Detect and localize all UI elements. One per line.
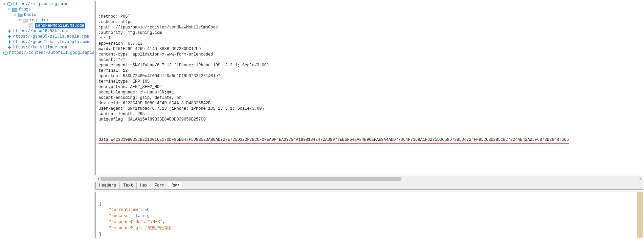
globe-icon [7, 2, 12, 7]
tab-hex[interactable]: Hex [137, 182, 151, 189]
json-value: "该账户已存在" [146, 226, 175, 231]
tree-label[interactable]: https://mfg.suning.com [13, 1, 67, 7]
request-header-line: encrypttype: AE02_SE02_H02 [98, 84, 640, 90]
request-body-data: data=E423310B033CB2210016E170DF96EB47F5D… [98, 137, 569, 144]
json-key: "responseMsg" [109, 226, 141, 231]
tree-toggle[interactable]: ⊟ [18, 19, 22, 22]
request-headers-panel[interactable]: :method: POST:scheme: https:path: /ftpgs… [95, 1, 643, 175]
tree-label[interactable]: https://gspe21-ssl.ls.apple.com [13, 39, 89, 45]
request-header-line: :method: POST [98, 14, 640, 19]
tree-label[interactable]: register [29, 18, 49, 23]
tab-text[interactable]: Text [120, 182, 137, 189]
tree-toggle[interactable] [24, 24, 27, 28]
request-header-line: maid: DF51E499-4269-414D-B88B-D97330DC12… [98, 46, 640, 52]
json-brace: } [99, 232, 102, 237]
tree-node[interactable]: https://gspe21-ssl.ls.apple.com [1, 39, 94, 45]
tree-node[interactable]: ⊟ftpgs [7, 7, 94, 12]
request-header-line: terminaltype: EPP_IOS [98, 79, 640, 84]
request-header-line: content-type: application/x-www-form-url… [98, 52, 640, 57]
folder-icon [18, 13, 23, 18]
scrollbar-thumb[interactable] [101, 177, 401, 181]
tree-label[interactable]: https://ke.yijincc.com [13, 45, 67, 50]
json-key: "success" [109, 214, 131, 218]
tree-label[interactable]: https://content-autofill.googleapis.c [9, 50, 95, 56]
tree-node[interactable]: ⊟register [18, 18, 94, 23]
request-header-line: apptoken: 580b72480c4f604d120a6c10f5b323… [98, 73, 640, 79]
tab-raw[interactable]: Raw [168, 182, 183, 189]
request-header-line: eppuseragent: SNYifubao/6.7.13 (iPhone; … [98, 63, 640, 68]
host-tree: ⊟https://mfg.suning.com⊟ftpgs⊟basic⊟regi… [0, 0, 95, 239]
tree-node[interactable]: ⊟basic [12, 12, 94, 18]
request-header-line: accept-encoding: gzip, deflate, br [98, 95, 640, 101]
tree-label[interactable]: ftpgs [19, 7, 31, 12]
response-body-panel[interactable]: { "currentTime": 0, "success": false, "r… [95, 192, 643, 238]
request-header-line: uniqueflag: 3A1AA15A789B3BE8AD3D839656B2… [98, 117, 640, 122]
scroll-right-arrow[interactable]: ▶ [638, 177, 643, 181]
tree-toggle[interactable]: ⊟ [2, 2, 6, 6]
tree-node[interactable]: https://content-autofill.googleapis.c [1, 50, 94, 56]
page-icon [28, 23, 34, 28]
folder-icon [12, 7, 17, 12]
tree-label[interactable]: https://accw16.53kf.com [13, 28, 69, 34]
request-header-line: accept: */* [98, 57, 640, 63]
spark-icon [7, 40, 12, 45]
request-header-line: eppversion: 6.7.13 [98, 41, 640, 46]
tree-toggle[interactable] [2, 35, 6, 39]
tree-label[interactable]: basic [24, 12, 36, 18]
request-header-line: :authority: mfg.suning.com [98, 30, 640, 36]
svg-rect-1 [29, 24, 33, 28]
request-header-line: :scheme: https [98, 19, 640, 25]
globe-icon [3, 50, 8, 56]
tree-toggle[interactable] [2, 29, 6, 33]
tree-toggle[interactable]: ⊟ [13, 13, 17, 17]
json-key: "currentTime" [109, 208, 141, 212]
vertical-scrollbar[interactable] [637, 192, 643, 238]
json-value: false [136, 214, 148, 218]
folder-plain-icon [23, 18, 28, 23]
spark-icon [7, 34, 12, 39]
tree-toggle[interactable] [2, 40, 6, 44]
tree-node[interactable]: https://ke.yijincc.com [1, 45, 94, 50]
tree-node[interactable]: https://gspe35-ssl.ls.apple.com [1, 34, 94, 39]
request-header-line: terminal: 12 [98, 68, 640, 73]
tab-form[interactable]: Form [151, 182, 168, 189]
tree-node[interactable]: ⊟https://mfg.suning.com [1, 1, 94, 7]
tree-label[interactable]: https://gspe35-ssl.ls.apple.com [13, 34, 89, 39]
request-header-line: content-length: 295 [98, 111, 640, 117]
spark-icon [7, 45, 12, 50]
tab-headers[interactable]: Headers [96, 182, 120, 189]
response-view-tabs: Headers Text Hex Form Raw [95, 182, 643, 190]
horizontal-scrollbar[interactable]: ◀ ▶ [96, 176, 643, 182]
json-key: "responseCode" [109, 220, 143, 224]
request-header-line: deviceid: 6223C49F-D08C-4F4D-8CAA-31D483… [98, 101, 640, 106]
json-value: "7403" [148, 220, 162, 224]
json-value: 0 [146, 208, 148, 212]
tree-toggle[interactable] [2, 46, 6, 49]
request-header-line: et: 1 [98, 36, 640, 41]
spark-icon [7, 29, 12, 34]
request-header-line: user-agent: SNYifubao/6.7.13 (iPhone; iP… [98, 106, 640, 111]
tree-node[interactable]: https://accw16.53kf.com [1, 28, 94, 34]
tree-toggle[interactable]: ⊟ [7, 8, 11, 12]
scroll-left-arrow[interactable]: ◀ [96, 177, 101, 181]
tree-node[interactable]: sendNewMobileSmsCode [23, 23, 94, 28]
request-header-line: :path: /ftpgs/basic/register/sendNewMobi… [98, 25, 640, 30]
json-brace: { [99, 201, 102, 206]
tree-label[interactable]: sendNewMobileSmsCode [35, 23, 85, 28]
request-header-line: accept-language: zh-Hans-CN;q=1 [98, 90, 640, 95]
